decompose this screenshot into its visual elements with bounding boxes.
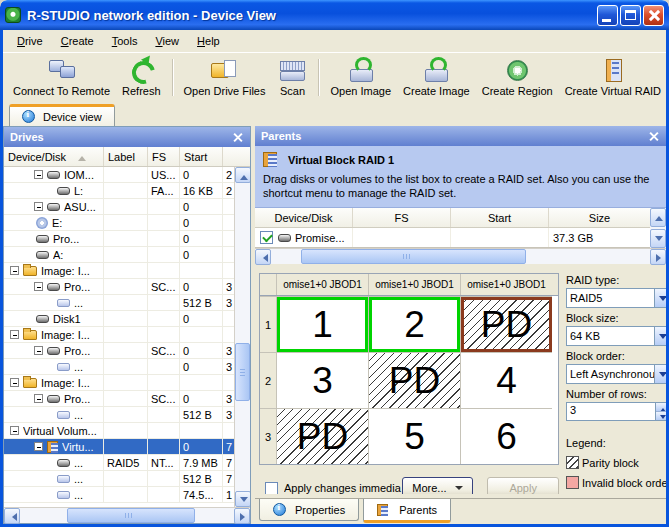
parents-vertical-scrollbar[interactable] xyxy=(650,208,666,248)
expander-minus-icon[interactable] xyxy=(10,378,19,387)
expander-minus-icon[interactable] xyxy=(34,282,43,291)
drive-row[interactable]: ... 74.5... 1 xyxy=(4,487,234,503)
drive-row[interactable]: ... RAID5 NT... 7.9 MB 7 xyxy=(4,455,234,471)
drive-row[interactable]: L: FA... 16 KB 2 xyxy=(4,183,234,199)
expander-minus-icon[interactable] xyxy=(34,202,43,211)
parent-disk-checkbox[interactable] xyxy=(260,231,273,244)
chevron-down-icon[interactable] xyxy=(654,327,666,345)
raid-grid-cell[interactable]: 3 xyxy=(276,352,368,408)
expander-minus-icon[interactable] xyxy=(10,330,19,339)
scroll-right-button[interactable] xyxy=(234,508,250,524)
column-fs[interactable]: FS xyxy=(148,147,180,166)
apply-button[interactable]: Apply xyxy=(487,477,559,494)
raid-grid-cell[interactable]: PD xyxy=(460,296,552,352)
menu-item[interactable]: Create xyxy=(52,32,103,50)
parents-column-fs[interactable]: FS xyxy=(353,208,451,227)
parents-horizontal-scrollbar[interactable] xyxy=(255,248,666,264)
expander-minus-icon[interactable] xyxy=(34,346,43,355)
apply-changes-checkbox[interactable] xyxy=(265,482,278,495)
parents-column-size[interactable]: Size xyxy=(549,208,650,227)
scroll-right-button[interactable] xyxy=(650,249,666,265)
tab-properties[interactable]: Properties xyxy=(259,499,359,521)
scroll-thumb[interactable] xyxy=(235,343,250,401)
spin-up-icon[interactable] xyxy=(656,403,666,411)
drive-row[interactable]: Pro... SC... 0 3 xyxy=(4,343,234,359)
raid-grid-cell[interactable]: PD xyxy=(368,352,460,408)
toolbar-button[interactable]: Create Image xyxy=(397,54,476,101)
block-order-select[interactable]: Left Asynchronous xyxy=(566,364,666,384)
raid-grid-cell[interactable]: 2 xyxy=(260,352,276,408)
scroll-left-button[interactable] xyxy=(4,508,20,524)
raid-grid-cell[interactable]: 4 xyxy=(460,352,552,408)
toolbar-button[interactable]: Create Virtual RAID xyxy=(559,54,667,101)
tab-parents[interactable]: Parents xyxy=(363,499,451,523)
block-size-select[interactable]: 64 KB xyxy=(566,326,666,346)
scroll-up-button[interactable] xyxy=(650,208,666,227)
drive-row[interactable]: Pro... SC... 0 3 xyxy=(4,279,234,295)
expander-minus-icon[interactable] xyxy=(10,426,19,435)
maximize-button[interactable] xyxy=(620,5,641,26)
toolbar-button[interactable]: Create Region xyxy=(476,54,559,101)
column-device-disk[interactable]: Device/Disk xyxy=(4,147,104,166)
parents-column-start[interactable]: Start xyxy=(451,208,549,227)
drive-row[interactable]: Image: I... xyxy=(4,375,234,391)
scroll-down-button[interactable] xyxy=(235,491,250,507)
raid-grid-cell[interactable]: 6 xyxy=(460,408,552,464)
chevron-down-icon[interactable] xyxy=(654,289,666,307)
number-of-rows-stepper[interactable]: 3 xyxy=(566,402,666,421)
expander-minus-icon[interactable] xyxy=(34,394,43,403)
raid-grid-cell[interactable]: 5 xyxy=(368,408,460,464)
menu-item[interactable]: Drive xyxy=(8,32,52,50)
drive-row[interactable]: ... 512 B 3 xyxy=(4,407,234,423)
drive-row[interactable]: Image: I... xyxy=(4,263,234,279)
drives-horizontal-scrollbar[interactable] xyxy=(4,507,250,523)
expander-minus-icon[interactable] xyxy=(10,266,19,275)
toolbar-button[interactable]: Open Image xyxy=(324,54,397,101)
drive-row[interactable]: ... 512 B 7 xyxy=(4,471,234,487)
more-button[interactable]: More... xyxy=(402,477,474,494)
drive-row[interactable]: ASU... 0 xyxy=(4,199,234,215)
raid-grid-cell[interactable]: PD xyxy=(276,408,368,464)
scroll-down-button[interactable] xyxy=(650,229,666,248)
scroll-thumb[interactable] xyxy=(301,249,526,264)
drives-close-icon[interactable] xyxy=(231,131,244,144)
parents-column-device-disk[interactable]: Device/Disk xyxy=(255,208,353,227)
column-label[interactable]: Label xyxy=(104,147,148,166)
toolbar-button[interactable]: Connect To Remote xyxy=(7,54,116,101)
drive-row[interactable]: E: 0 xyxy=(4,215,234,231)
drive-row[interactable]: Image: I... xyxy=(4,327,234,343)
drive-row[interactable]: ... 512 B 3 xyxy=(4,295,234,311)
drive-row[interactable]: A: 0 xyxy=(4,247,234,263)
scroll-left-button[interactable] xyxy=(255,249,271,265)
drive-row[interactable]: IOM... US... 0 2 xyxy=(4,167,234,183)
drive-row[interactable]: Disk1 0 xyxy=(4,311,234,327)
scroll-up-button[interactable] xyxy=(235,167,250,183)
close-button[interactable] xyxy=(643,5,664,26)
raid-type-select[interactable]: RAID5 xyxy=(566,288,666,308)
tab-device-view[interactable]: Device view xyxy=(9,104,115,126)
menu-item[interactable]: Help xyxy=(188,32,229,50)
drive-row[interactable]: ... 0 3 xyxy=(4,359,234,375)
parents-close-icon[interactable] xyxy=(647,130,660,143)
toolbar-button[interactable]: Scan xyxy=(271,54,313,101)
drive-row[interactable]: Virtu... 0 7 xyxy=(4,439,234,455)
toolbar-button[interactable]: Refresh xyxy=(116,54,167,101)
drives-vertical-scrollbar[interactable] xyxy=(234,167,250,507)
drive-row[interactable]: Pro... SC... 0 3 xyxy=(4,391,234,407)
expander-minus-icon[interactable] xyxy=(34,170,43,179)
column-start[interactable]: Start xyxy=(180,147,223,166)
menu-item[interactable]: View xyxy=(146,32,188,50)
toolbar-button[interactable]: Open Drive Files xyxy=(178,54,272,101)
raid-grid-cell[interactable]: 1 xyxy=(276,296,368,352)
drive-row[interactable]: Virtual Volum... xyxy=(4,423,234,439)
spin-down-icon[interactable] xyxy=(656,411,666,420)
raid-grid-cell[interactable]: 3 xyxy=(260,408,276,464)
chevron-down-icon[interactable] xyxy=(654,365,666,383)
scroll-thumb[interactable] xyxy=(67,508,195,523)
drive-row[interactable]: Pro... 0 xyxy=(4,231,234,247)
expander-minus-icon[interactable] xyxy=(34,442,43,451)
column-partial[interactable] xyxy=(223,147,234,166)
raid-grid-cell[interactable]: 2 xyxy=(368,296,460,352)
menu-item[interactable]: Tools xyxy=(103,32,147,50)
parent-disk-row[interactable]: Promise... 37.3 GB xyxy=(255,228,650,247)
